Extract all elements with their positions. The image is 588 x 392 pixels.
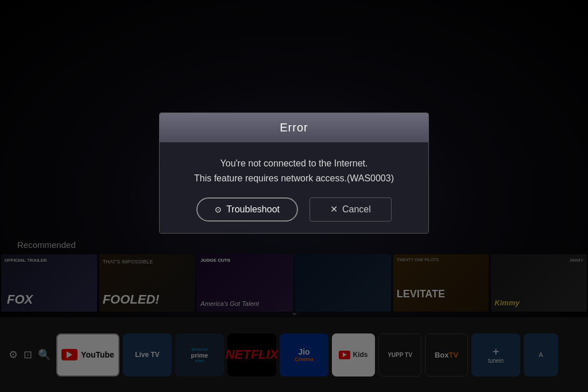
dialog-overlay: Error You're not connected to the Intern… (0, 0, 588, 392)
troubleshoot-button[interactable]: ⊙ Troubleshoot (196, 197, 298, 222)
error-dialog: Error You're not connected to the Intern… (159, 112, 429, 233)
dialog-message: You're not connected to the Internet. Th… (177, 156, 411, 185)
dialog-title: Error (280, 121, 308, 134)
dialog-message-line1: You're not connected to the Internet. (220, 158, 368, 168)
dialog-header: Error (160, 113, 428, 142)
cancel-x-icon: ✕ (330, 204, 338, 215)
wifi-icon: ⊙ (215, 205, 222, 214)
dialog-body: You're not connected to the Internet. Th… (160, 142, 428, 197)
troubleshoot-label: Troubleshoot (226, 204, 280, 215)
dialog-message-line2: This feature requires network access.(WA… (194, 173, 394, 183)
dialog-actions: ⊙ Troubleshoot ✕ Cancel (160, 197, 428, 233)
cancel-button[interactable]: ✕ Cancel (310, 197, 392, 222)
cancel-label: Cancel (342, 204, 371, 215)
